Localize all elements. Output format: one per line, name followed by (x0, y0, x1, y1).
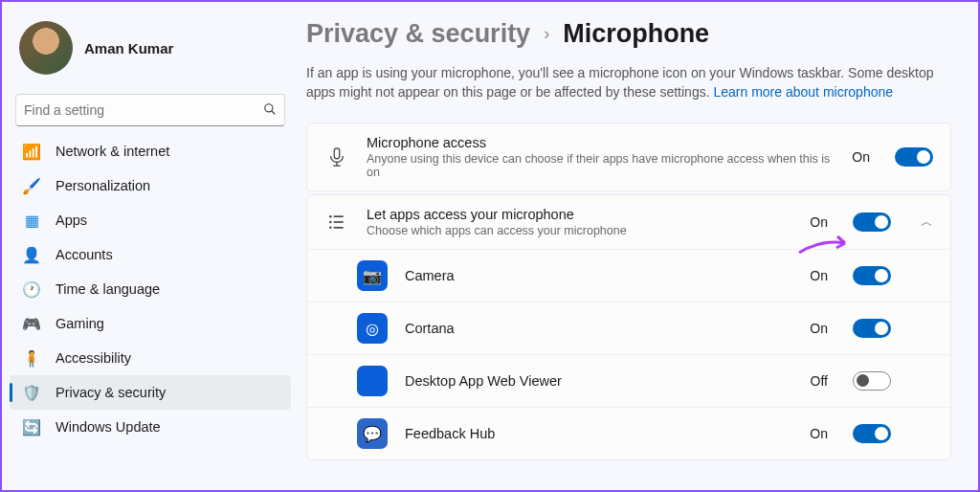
nav-label: Apps (56, 212, 87, 228)
app-state: On (810, 426, 828, 441)
apps-access-sub: Choose which apps can access your microp… (367, 224, 792, 237)
sidebar-item-privacy-security[interactable]: 🛡️Privacy & security (10, 375, 291, 410)
apps-access-title: Let apps access your microphone (367, 207, 792, 222)
nav-label: Accounts (56, 247, 113, 262)
apps-access-card: Let apps access your microphone Choose w… (306, 194, 951, 460)
list-icon (324, 210, 349, 235)
app-toggle[interactable] (853, 319, 891, 338)
app-name: Desktop App Web Viewer (405, 373, 793, 389)
app-name: Feedback Hub (405, 426, 792, 441)
svg-point-7 (329, 221, 332, 224)
app-name: Camera (405, 268, 792, 283)
microphone-access-card: Microphone access Anyone using this devi… (306, 123, 951, 191)
apps-access-state: On (810, 214, 828, 230)
app-icon (357, 366, 388, 396)
svg-rect-2 (334, 148, 340, 159)
sidebar-item-accessibility[interactable]: 🧍Accessibility (10, 341, 291, 375)
search-input[interactable] (24, 102, 263, 118)
app-row-cortana: ◎ Cortana On (307, 302, 950, 354)
app-state: Off (811, 373, 828, 389)
mic-access-title: Microphone access (367, 135, 835, 150)
svg-line-1 (272, 110, 276, 114)
svg-rect-6 (334, 216, 344, 218)
app-state: On (810, 268, 828, 283)
search-icon (263, 102, 277, 119)
svg-point-5 (329, 215, 332, 218)
app-name: Cortana (405, 321, 792, 336)
app-icon: ◎ (357, 313, 388, 344)
learn-more-link[interactable]: Learn more about microphone (713, 84, 893, 100)
svg-point-0 (265, 103, 273, 111)
sidebar-item-personalization[interactable]: 🖌️Personalization (10, 168, 291, 203)
nav-icon: 🖌️ (23, 177, 40, 194)
sidebar-item-gaming[interactable]: 🎮Gaming (10, 306, 291, 341)
sidebar-item-accounts[interactable]: 👤Accounts (10, 237, 291, 272)
avatar (19, 21, 73, 75)
profile-button[interactable]: Aman Kumar (10, 13, 291, 82)
app-icon: 💬 (357, 418, 388, 449)
nav-label: Network & internet (56, 144, 169, 159)
nav-label: Time & language (56, 281, 160, 297)
nav: 📶Network & internet🖌️Personalization▦App… (10, 134, 291, 444)
app-toggle[interactable] (853, 266, 891, 285)
nav-label: Accessibility (56, 350, 131, 366)
app-row-camera: 📷 Camera On (307, 249, 950, 302)
app-row-feedback-hub: 💬 Feedback Hub On (307, 407, 950, 459)
nav-icon: 🕐 (23, 280, 40, 298)
svg-point-9 (329, 227, 332, 230)
apps-list: 📷 Camera On ◎ Cortana On Desktop App Web… (307, 249, 950, 459)
app-state: On (810, 321, 828, 336)
apps-access-toggle[interactable] (853, 212, 891, 232)
sidebar-item-network-internet[interactable]: 📶Network & internet (10, 134, 291, 168)
app-toggle[interactable] (853, 371, 891, 391)
nav-icon: 🧍 (23, 349, 40, 367)
intro-text: If an app is using your microphone, you'… (306, 64, 951, 101)
page-title: Microphone (563, 19, 709, 49)
nav-label: Personalization (56, 178, 150, 193)
chevron-right-icon: › (544, 24, 549, 44)
search-box[interactable] (15, 94, 285, 126)
nav-label: Gaming (56, 316, 104, 331)
nav-icon: 🔄 (23, 418, 40, 436)
app-icon: 📷 (357, 260, 388, 291)
nav-label: Privacy & security (56, 385, 166, 400)
app-row-desktop-app-web-viewer: Desktop App Web Viewer Off (307, 354, 950, 407)
sidebar-item-apps[interactable]: ▦Apps (10, 203, 291, 237)
nav-icon: 📶 (23, 143, 40, 160)
nav-icon: 👤 (23, 246, 40, 263)
nav-icon: 🎮 (23, 315, 40, 332)
svg-rect-8 (334, 221, 344, 223)
app-toggle[interactable] (853, 424, 891, 443)
sidebar-item-time-language[interactable]: 🕐Time & language (10, 272, 291, 306)
mic-access-sub: Anyone using this device can choose if t… (367, 152, 835, 179)
nav-icon: ▦ (23, 212, 40, 229)
sidebar-item-windows-update[interactable]: 🔄Windows Update (10, 410, 291, 444)
nav-label: Windows Update (56, 419, 161, 435)
sidebar: Aman Kumar 📶Network & internet🖌️Personal… (2, 2, 299, 490)
mic-access-state: On (852, 149, 870, 165)
nav-icon: 🛡️ (23, 384, 40, 401)
breadcrumb-parent[interactable]: Privacy & security (306, 19, 530, 49)
mic-access-toggle[interactable] (895, 147, 933, 167)
microphone-icon (324, 145, 349, 169)
chevron-up-icon[interactable]: ︿ (920, 213, 933, 231)
profile-name: Aman Kumar (84, 40, 173, 56)
breadcrumb: Privacy & security › Microphone (306, 19, 951, 49)
svg-rect-10 (334, 227, 344, 229)
main-content: Privacy & security › Microphone If an ap… (299, 2, 978, 490)
